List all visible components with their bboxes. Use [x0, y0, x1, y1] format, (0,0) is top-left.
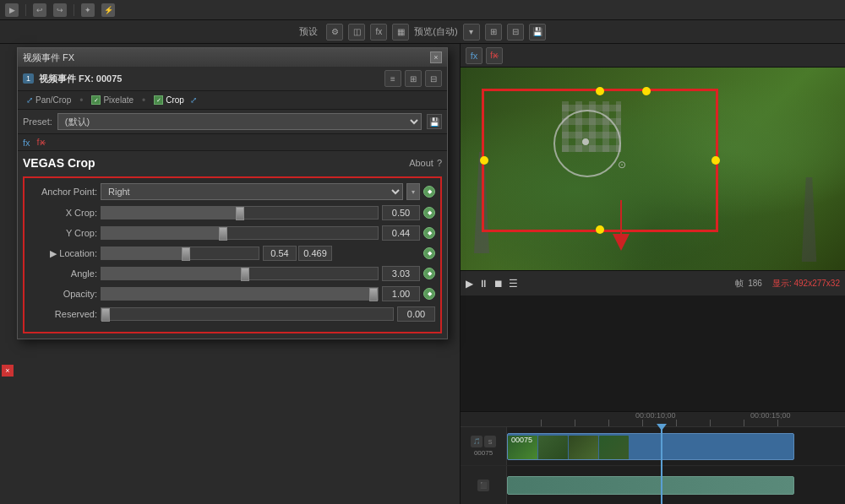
- opacity-value[interactable]: [382, 286, 420, 301]
- split-btn[interactable]: ⊟: [507, 24, 524, 41]
- location-fill: [101, 247, 186, 259]
- gear-btn[interactable]: ⚙: [326, 24, 343, 41]
- stop-btn[interactable]: ⏹: [493, 278, 504, 290]
- location-keyframe-btn[interactable]: ◆: [423, 247, 435, 259]
- xcrop-keyframe-btn[interactable]: ◆: [423, 207, 435, 219]
- anchor-arrow[interactable]: ▾: [406, 183, 420, 200]
- tab-pancrop[interactable]: ⤢ Pan/Crop: [23, 94, 74, 106]
- preview-drop[interactable]: ▾: [463, 24, 480, 41]
- crop-handle-right[interactable]: [711, 156, 720, 165]
- pancrop-label: Pan/Crop: [35, 95, 71, 105]
- timeline-label-10: 00:00:10;00: [635, 411, 676, 420]
- ycrop-fill: [101, 227, 223, 239]
- detail-view-btn[interactable]: ⊟: [425, 70, 442, 87]
- tool1-icon[interactable]: ✦: [81, 3, 95, 17]
- tab-pixelate[interactable]: ✓ Pixelate: [88, 94, 137, 106]
- fx-btn[interactable]: fx: [370, 24, 387, 41]
- track2-clip[interactable]: [507, 476, 794, 495]
- fx-header-title: 视频事件 FX: 00075: [39, 73, 122, 85]
- anchor-keyframe-btn[interactable]: ◆: [423, 186, 435, 198]
- crop-handle-bottom[interactable]: [596, 225, 604, 234]
- crop-check[interactable]: ✓: [154, 95, 163, 105]
- preview-panel: fx fx̶: [461, 44, 845, 504]
- xcrop-value[interactable]: [382, 205, 420, 220]
- tool2-icon[interactable]: ⚡: [101, 3, 115, 17]
- reserved-slider[interactable]: [101, 307, 394, 321]
- film-btn[interactable]: ▦: [392, 24, 409, 41]
- red-arrow: [608, 200, 634, 253]
- ycrop-keyframe-btn[interactable]: ◆: [423, 227, 435, 239]
- ycrop-thumb[interactable]: [219, 227, 227, 241]
- anchor-point-row: Anchor Point: Right ▾ ◆: [30, 183, 435, 200]
- about-btn[interactable]: About: [409, 158, 433, 168]
- undo-icon[interactable]: ↩: [33, 3, 46, 17]
- fx-func-row: fx fx̶: [18, 134, 447, 151]
- loop-btn[interactable]: ☰: [509, 278, 518, 290]
- preset-dropdown[interactable]: (默认): [57, 113, 422, 130]
- xcrop-row: X Crop: ◆: [30, 205, 435, 220]
- crop-handle-top[interactable]: [596, 87, 604, 95]
- tick7: [744, 420, 744, 426]
- track1-icon2[interactable]: S: [484, 436, 496, 447]
- opacity-slider[interactable]: [101, 287, 379, 301]
- track1-label: 00075: [474, 449, 493, 457]
- location-values: [263, 246, 420, 261]
- crop-handle-top-right[interactable]: [642, 87, 651, 95]
- fx-icon: fx: [23, 138, 30, 148]
- opacity-keyframe-btn[interactable]: ◆: [423, 288, 435, 300]
- tick3: [608, 420, 609, 426]
- angle-value[interactable]: [382, 266, 420, 281]
- track1-clip[interactable]: 00075: [507, 433, 794, 460]
- tick4: [642, 420, 643, 426]
- ycrop-value[interactable]: [382, 225, 420, 241]
- playhead[interactable]: [661, 427, 662, 504]
- angle-slider[interactable]: [101, 267, 379, 280]
- reserved-thumb[interactable]: [101, 308, 110, 322]
- location-row: ▶ Location: ◆: [30, 246, 435, 261]
- angle-thumb[interactable]: [241, 268, 249, 281]
- opacity-thumb[interactable]: [369, 288, 378, 301]
- redo-icon[interactable]: ↪: [53, 3, 67, 17]
- xcrop-thumb[interactable]: [236, 207, 244, 220]
- tick5: [676, 420, 677, 426]
- vegas-crop-header: VEGAS Crop About ?: [23, 156, 442, 170]
- fx-dialog-titlebar: 视频事件 FX ×: [18, 48, 447, 67]
- save-btn[interactable]: 💾: [529, 24, 546, 41]
- location-y-value[interactable]: [298, 246, 332, 261]
- divider1: [25, 4, 26, 16]
- tick6: [710, 420, 711, 426]
- location-x-value[interactable]: [263, 246, 297, 261]
- angle-keyframe-btn[interactable]: ◆: [423, 268, 435, 279]
- reserved-value[interactable]: [397, 306, 435, 322]
- grid-view-btn[interactable]: ⊞: [405, 70, 422, 87]
- fx-dialog-title: 视频事件 FX: [23, 51, 74, 64]
- fx-dialog: 视频事件 FX × 1 视频事件 FX: 00075 ≡ ⊞ ⊟ ⤢ Pan/C…: [17, 47, 448, 339]
- location-thumb[interactable]: [182, 247, 190, 261]
- list-view-btn[interactable]: ≡: [384, 70, 401, 87]
- tab-crop[interactable]: ✓ Crop ⤢: [150, 94, 200, 106]
- thumb4: [599, 436, 629, 459]
- track2-content: [507, 466, 845, 504]
- top-toolbar: ▶ ↩ ↪ ✦ ⚡: [0, 0, 845, 20]
- xcrop-slider[interactable]: [101, 206, 379, 219]
- location-slider[interactable]: [101, 247, 259, 260]
- db-btn[interactable]: ◫: [348, 24, 365, 41]
- pixelate-check[interactable]: ✓: [91, 95, 101, 105]
- play-btn[interactable]: ▶: [466, 278, 473, 290]
- divider2: [74, 4, 74, 16]
- pause-btn[interactable]: ⏸: [478, 278, 488, 290]
- timeline-ruler: 00:00:10;00 00:00:15;00: [461, 412, 845, 427]
- display-label: 显示:: [772, 279, 792, 288]
- help-btn[interactable]: ?: [437, 158, 442, 168]
- preset-save-btn[interactable]: 💾: [427, 114, 442, 129]
- anchor-label: Anchor Point:: [30, 187, 97, 197]
- track1-icon1[interactable]: 🎵: [471, 436, 482, 447]
- ycrop-slider[interactable]: [101, 226, 379, 240]
- track2-icon1[interactable]: ⬛: [477, 480, 489, 491]
- anchor-dropdown[interactable]: Right: [101, 183, 403, 200]
- crop-handle-left[interactable]: [480, 156, 488, 165]
- fx-dialog-close-btn[interactable]: ×: [430, 51, 442, 63]
- x-close-btn[interactable]: ×: [2, 365, 14, 377]
- grid-btn[interactable]: ⊞: [485, 24, 502, 41]
- angle-fill: [101, 268, 245, 279]
